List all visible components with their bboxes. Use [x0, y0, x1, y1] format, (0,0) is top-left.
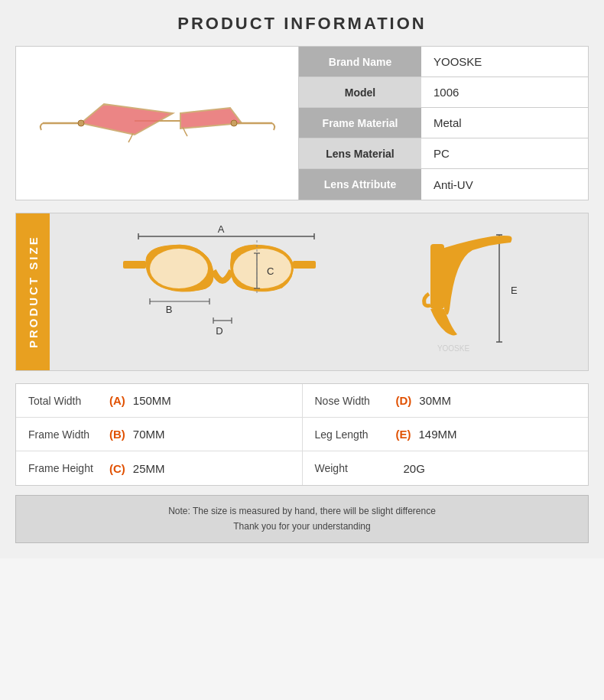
meas-label-frame-width: Frame Width [28, 428, 105, 441]
lens-material-label: Lens Material [299, 138, 421, 168]
meas-val-total-width: 150MM [133, 394, 171, 407]
meas-code-b: (B) [109, 428, 125, 441]
sunglasses-image [35, 81, 280, 165]
svg-text:C: C [267, 265, 274, 277]
meas-code-c: (C) [109, 462, 125, 475]
svg-rect-12 [293, 261, 316, 269]
model-label: Model [299, 77, 421, 107]
diagram-container: A [50, 213, 588, 370]
svg-text:E: E [511, 285, 518, 296]
svg-text:B: B [166, 304, 173, 315]
lens-attribute-label: Lens Attribute [299, 169, 421, 200]
meas-label-weight: Weight [315, 462, 391, 474]
front-diagram: A [93, 221, 352, 363]
svg-rect-11 [123, 261, 146, 269]
meas-val-weight: 20G [404, 462, 425, 475]
page-title: PRODUCT INFORMATION [15, 14, 589, 34]
brand-value: YOOSKE [421, 47, 588, 77]
model-value: 1006 [421, 77, 588, 107]
svg-point-5 [78, 120, 84, 126]
lens-attribute-value: Anti-UV [421, 169, 588, 200]
svg-marker-3 [81, 104, 173, 135]
meas-label-frame-height: Frame Height [28, 462, 105, 474]
meas-label-nose-width: Nose Width [315, 395, 391, 407]
frame-material-label: Frame Material [299, 108, 421, 138]
meas-label-total-width: Total Width [28, 395, 105, 407]
measurements-section: Total Width (A) 150MM Nose Width (D) 30M… [15, 383, 589, 486]
brand-label: Brand Name [299, 47, 421, 77]
specs-row-brand: Brand Name YOOSKE [299, 47, 588, 77]
meas-row-2: Frame Height (C) 25MM Weight 20G [16, 451, 588, 485]
lens-material-value: PC [421, 138, 588, 168]
specs-row-lens-material: Lens Material PC [299, 138, 588, 169]
meas-row-1: Frame Width (B) 70MM Leg Length (E) 149M… [16, 418, 588, 451]
svg-text:D: D [216, 325, 222, 337]
meas-cell-right-2: Weight 20G [303, 451, 589, 485]
meas-row-0: Total Width (A) 150MM Nose Width (D) 30M… [16, 384, 588, 418]
note-line-1: Note: The size is measured by hand, ther… [28, 503, 576, 519]
specs-table: Brand Name YOOSKE Model 1006 Frame Mater… [299, 47, 588, 200]
note-line-2: Thank you for your understanding [28, 519, 576, 534]
meas-cell-left-1: Frame Width (B) 70MM [16, 418, 303, 451]
svg-point-13 [150, 249, 208, 288]
note-box: Note: The size is measured by hand, ther… [15, 495, 589, 543]
top-section: Brand Name YOOSKE Model 1006 Frame Mater… [15, 46, 589, 200]
specs-row-lens-attribute: Lens Attribute Anti-UV [299, 169, 588, 200]
meas-val-frame-width: 70MM [133, 428, 165, 441]
meas-label-leg-length: Leg Length [315, 428, 391, 441]
meas-code-e: (E) [396, 428, 411, 441]
meas-code-d: (D) [396, 394, 412, 407]
svg-point-14 [233, 249, 291, 288]
frame-material-value: Metal [421, 108, 588, 138]
meas-val-nose-width: 30MM [419, 394, 451, 407]
product-size-label: PRODUCT SIZE [16, 213, 50, 370]
meas-cell-right-0: Nose Width (D) 30MM [303, 384, 589, 417]
specs-row-frame-material: Frame Material Metal [299, 108, 588, 138]
specs-row-model: Model 1006 [299, 77, 588, 108]
meas-code-a: (A) [109, 394, 125, 407]
svg-rect-32 [430, 244, 444, 309]
meas-val-leg-length: 149MM [419, 428, 457, 441]
side-diagram: E YOOSKE [408, 221, 545, 363]
svg-point-6 [231, 120, 237, 126]
meas-val-frame-height: 25MM [133, 462, 165, 475]
svg-text:A: A [218, 223, 225, 235]
svg-text:YOOSKE: YOOSKE [437, 344, 470, 353]
middle-section: PRODUCT SIZE A [15, 213, 589, 371]
meas-cell-right-1: Leg Length (E) 149MM [303, 418, 589, 451]
product-image-box [16, 47, 299, 200]
meas-cell-left-2: Frame Height (C) 25MM [16, 451, 303, 485]
meas-cell-left-0: Total Width (A) 150MM [16, 384, 303, 417]
